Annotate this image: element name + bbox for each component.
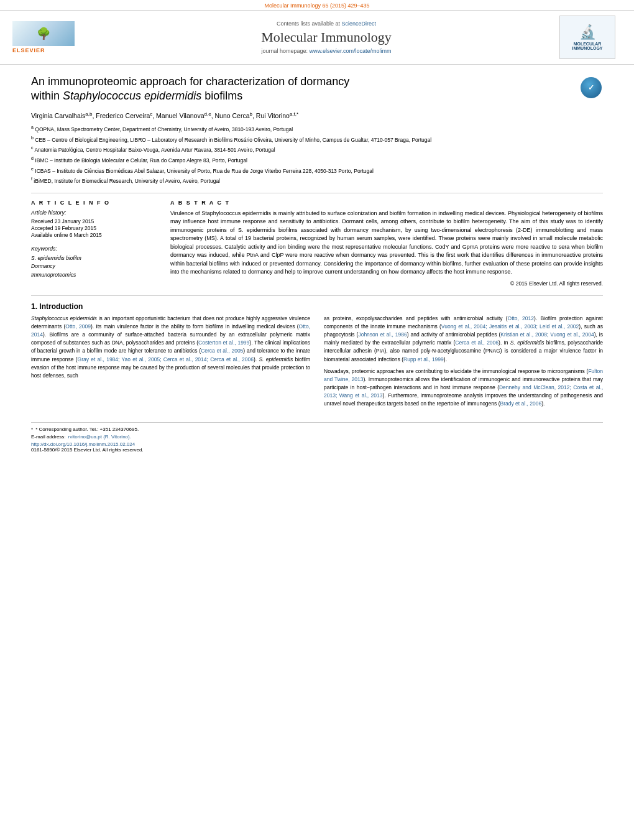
available-text: Contents lists available at ScienceDirec…: [99, 21, 553, 27]
authors: Virginia Carvalhaisa,b, Frederico Cervei…: [31, 111, 603, 120]
title-italic: Staphylococcus epidermidis: [63, 90, 201, 102]
accepted-date: Accepted 19 February 2015: [31, 225, 155, 231]
footnote-corresponding: * * Corresponding author. Tel.: +351 234…: [31, 427, 603, 432]
keyword-1: S. epidermidis biofilm: [31, 254, 155, 263]
abstract-col: A B S T R A C T Virulence of Staphylococ…: [170, 200, 603, 287]
affiliation-e: e ICBAS – Instituto de Ciências Biomédic…: [31, 166, 603, 175]
intro-title: 1. Introduction: [31, 302, 603, 311]
affiliation-a: a QOPNA, Mass Spectrometry Center, Depar…: [31, 124, 603, 134]
footer-copyright: 0161-5890/© 2015 Elsevier Ltd. All right…: [31, 447, 603, 453]
crossmark-badge[interactable]: ✓: [581, 77, 603, 99]
journal-logo-line1: MOLECULAR: [574, 42, 602, 46]
keywords-label: Keywords:: [31, 246, 155, 252]
sciencedirect-link[interactable]: ScienceDirect: [342, 21, 377, 27]
divider-2: [31, 295, 603, 296]
intro-para-1: Staphylococcus epidermidis is an importa…: [31, 315, 310, 380]
article-info-label: A R T I C L E I N F O: [31, 200, 155, 206]
intro-para-3: Nowadays, proteomic approaches are contr…: [324, 367, 603, 408]
footnote-corresponding-text: * Corresponding author. Tel.: +351 23437…: [35, 427, 139, 432]
abstract-label: A B S T R A C T: [170, 200, 603, 206]
title-part2: within: [31, 90, 63, 102]
affiliation-f: f iBiMED, Institute for Biomedical Resea…: [31, 176, 603, 185]
journal-title: Molecular Immunology: [99, 29, 553, 45]
journal-logo-icon: 🔬: [579, 24, 596, 40]
keyword-2: Dormancy: [31, 262, 155, 271]
title-part3: biofilms: [201, 90, 242, 102]
article-footer: * * Corresponding author. Tel.: +351 234…: [31, 422, 603, 453]
keyword-3: Immunoproteomics: [31, 271, 155, 280]
elsevier-logo-area: 🌳 ELSEVIER: [12, 21, 99, 53]
affiliation-b: b CEB – Centre of Biological Engineering…: [31, 135, 603, 144]
divider-1: [31, 193, 603, 193]
journal-title-area: Contents lists available at ScienceDirec…: [99, 21, 553, 54]
journal-citation: Molecular Immunology 65 (2015) 429–435: [264, 2, 369, 9]
doi-url: http://dx.doi.org/10.1016/j.molimm.2015.…: [31, 441, 135, 447]
doi-line[interactable]: http://dx.doi.org/10.1016/j.molimm.2015.…: [31, 441, 603, 447]
journal-logo-box: 🔬 MOLECULAR IMMUNOLOGY: [559, 16, 615, 59]
footnote-star-symbol: *: [31, 427, 33, 432]
authors-list: Virginia Carvalhaisa,b, Frederico Cervei…: [31, 112, 298, 119]
intro-body: Staphylococcus epidermidis is an importa…: [31, 315, 603, 412]
journal-homepage: journal homepage: www.elsevier.com/locat…: [99, 48, 553, 54]
elsevier-logo-image: 🌳: [12, 21, 75, 46]
article-title: An immunoproteomic approach for characte…: [31, 75, 571, 104]
abstract-text: Virulence of Staphylococcus epidermidis …: [170, 210, 603, 277]
footnote-email-label: E-mail address:: [31, 434, 66, 440]
journal-top-bar: Molecular Immunology 65 (2015) 429–435: [0, 0, 634, 10]
intro-para-2: as proteins, exopolysaccharides and pept…: [324, 315, 603, 364]
article-content: An immunoproteomic approach for characte…: [0, 65, 634, 463]
tree-icon: 🌳: [37, 27, 50, 40]
intro-col-1: Staphylococcus epidermidis is an importa…: [31, 315, 310, 412]
intro-col-2: as proteins, exopolysaccharides and pept…: [324, 315, 603, 412]
affiliation-d: d IBMC – Instituto de Biologia Molecular…: [31, 155, 603, 165]
elsevier-wordmark: ELSEVIER: [12, 47, 45, 53]
footnote-email-value: rvitorino@ua.pt (R. Vitorino).: [68, 434, 131, 440]
received-date: Received 23 January 2015: [31, 218, 155, 224]
intro-section: 1. Introduction Staphylococcus epidermid…: [31, 302, 603, 412]
affiliation-c: c Anatomia Patológica, Centro Hospitalar…: [31, 145, 603, 154]
journal-logo-line2: IMMUNOLOGY: [572, 46, 603, 50]
keywords-list: S. epidermidis biofilm Dormancy Immunopr…: [31, 254, 155, 280]
article-info-col: A R T I C L E I N F O Article history: R…: [31, 200, 155, 287]
homepage-url[interactable]: www.elsevier.com/locate/molimm: [310, 48, 392, 54]
affiliations: a QOPNA, Mass Spectrometry Center, Depar…: [31, 124, 603, 185]
journal-masthead: 🌳 ELSEVIER Contents lists available at S…: [0, 10, 634, 65]
title-part1: An immunoproteomic approach for characte…: [31, 75, 349, 88]
abstract-copyright: © 2015 Elsevier Ltd. All rights reserved…: [170, 280, 603, 287]
elsevier-logo: 🌳 ELSEVIER: [12, 21, 99, 53]
journal-logo-right: 🔬 MOLECULAR IMMUNOLOGY: [553, 16, 622, 59]
available-online: Available online 6 March 2015: [31, 232, 155, 238]
crossmark-icon: ✓: [581, 77, 602, 98]
article-history-label: Article history:: [31, 210, 155, 216]
article-title-section: An immunoproteomic approach for characte…: [31, 75, 603, 104]
footnote-email: E-mail address: rvitorino@ua.pt (R. Vito…: [31, 434, 603, 440]
article-info-abstract: A R T I C L E I N F O Article history: R…: [31, 200, 603, 287]
